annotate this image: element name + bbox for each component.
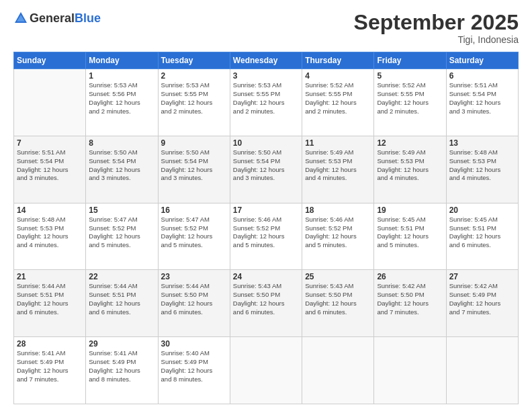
day-number: 28: [17, 339, 83, 349]
day-number: 21: [17, 272, 83, 281]
table-row: 4Sunrise: 5:52 AMSunset: 5:55 PMDaylight…: [302, 69, 374, 136]
table-row: 7Sunrise: 5:51 AMSunset: 5:54 PMDaylight…: [14, 136, 86, 203]
day-info: Sunrise: 5:49 AMSunset: 5:53 PMDaylight:…: [305, 148, 371, 183]
day-info: Sunrise: 5:50 AMSunset: 5:54 PMDaylight:…: [233, 148, 299, 183]
day-number: 16: [161, 205, 227, 215]
day-number: 26: [377, 272, 443, 281]
day-info: Sunrise: 5:51 AMSunset: 5:54 PMDaylight:…: [17, 148, 83, 183]
table-row: 16Sunrise: 5:47 AMSunset: 5:52 PMDayligh…: [158, 203, 230, 270]
day-info: Sunrise: 5:44 AMSunset: 5:51 PMDaylight:…: [17, 282, 83, 316]
day-number: 12: [377, 138, 443, 148]
calendar-week-row: 28Sunrise: 5:41 AMSunset: 5:49 PMDayligh…: [14, 337, 519, 404]
day-info: Sunrise: 5:53 AMSunset: 5:56 PMDaylight:…: [89, 81, 154, 116]
day-number: 19: [377, 205, 443, 215]
calendar-header-row: Sunday Monday Tuesday Wednesday Thursday…: [14, 52, 519, 69]
col-saturday: Saturday: [446, 52, 518, 69]
day-info: Sunrise: 5:41 AMSunset: 5:49 PMDaylight:…: [17, 349, 83, 383]
table-row: 14Sunrise: 5:48 AMSunset: 5:53 PMDayligh…: [14, 203, 86, 270]
calendar-week-row: 21Sunrise: 5:44 AMSunset: 5:51 PMDayligh…: [14, 270, 519, 337]
table-row: 10Sunrise: 5:50 AMSunset: 5:54 PMDayligh…: [230, 136, 302, 203]
day-number: 6: [449, 71, 515, 81]
day-info: Sunrise: 5:47 AMSunset: 5:52 PMDaylight:…: [161, 216, 227, 250]
col-wednesday: Wednesday: [230, 52, 302, 69]
day-number: 14: [17, 205, 83, 215]
table-row: 23Sunrise: 5:44 AMSunset: 5:50 PMDayligh…: [158, 270, 230, 337]
table-row: 9Sunrise: 5:50 AMSunset: 5:54 PMDaylight…: [158, 136, 230, 203]
table-row: 24Sunrise: 5:43 AMSunset: 5:50 PMDayligh…: [230, 270, 302, 337]
day-info: Sunrise: 5:43 AMSunset: 5:50 PMDaylight:…: [305, 282, 371, 316]
table-row: 22Sunrise: 5:44 AMSunset: 5:51 PMDayligh…: [86, 270, 158, 337]
day-info: Sunrise: 5:51 AMSunset: 5:54 PMDaylight:…: [449, 81, 515, 116]
day-number: 23: [161, 272, 227, 281]
header: GeneralBlue September 2025 Tigi, Indones…: [13, 11, 519, 45]
calendar-table: Sunday Monday Tuesday Wednesday Thursday…: [13, 52, 519, 404]
day-info: Sunrise: 5:43 AMSunset: 5:50 PMDaylight:…: [233, 282, 299, 316]
day-info: Sunrise: 5:46 AMSunset: 5:52 PMDaylight:…: [233, 216, 299, 250]
day-number: 27: [449, 272, 515, 281]
day-info: Sunrise: 5:45 AMSunset: 5:51 PMDaylight:…: [377, 216, 443, 250]
month-title: September 2025: [354, 11, 519, 34]
day-number: 29: [89, 339, 154, 349]
table-row: 25Sunrise: 5:43 AMSunset: 5:50 PMDayligh…: [302, 270, 374, 337]
day-number: 15: [89, 205, 154, 215]
title-block: September 2025 Tigi, Indonesia: [354, 11, 519, 45]
table-row: 6Sunrise: 5:51 AMSunset: 5:54 PMDaylight…: [446, 69, 518, 136]
day-number: 3: [233, 71, 299, 81]
day-number: 8: [89, 138, 154, 148]
table-row: 27Sunrise: 5:42 AMSunset: 5:49 PMDayligh…: [446, 270, 518, 337]
table-row: 17Sunrise: 5:46 AMSunset: 5:52 PMDayligh…: [230, 203, 302, 270]
day-number: 22: [89, 272, 154, 281]
table-row: [446, 337, 518, 404]
day-info: Sunrise: 5:53 AMSunset: 5:55 PMDaylight:…: [233, 81, 299, 116]
day-info: Sunrise: 5:53 AMSunset: 5:55 PMDaylight:…: [161, 81, 227, 116]
table-row: 20Sunrise: 5:45 AMSunset: 5:51 PMDayligh…: [446, 203, 518, 270]
day-number: 20: [449, 205, 515, 215]
day-info: Sunrise: 5:46 AMSunset: 5:52 PMDaylight:…: [305, 216, 371, 250]
logo: GeneralBlue: [13, 11, 101, 26]
table-row: 26Sunrise: 5:42 AMSunset: 5:50 PMDayligh…: [374, 270, 446, 337]
day-info: Sunrise: 5:49 AMSunset: 5:53 PMDaylight:…: [377, 148, 443, 183]
calendar-week-row: 7Sunrise: 5:51 AMSunset: 5:54 PMDaylight…: [14, 136, 519, 203]
day-info: Sunrise: 5:42 AMSunset: 5:50 PMDaylight:…: [377, 282, 443, 316]
day-info: Sunrise: 5:52 AMSunset: 5:55 PMDaylight:…: [305, 81, 371, 116]
day-number: 24: [233, 272, 299, 281]
day-number: 18: [305, 205, 371, 215]
table-row: 2Sunrise: 5:53 AMSunset: 5:55 PMDaylight…: [158, 69, 230, 136]
table-row: 11Sunrise: 5:49 AMSunset: 5:53 PMDayligh…: [302, 136, 374, 203]
table-row: [302, 337, 374, 404]
table-row: 21Sunrise: 5:44 AMSunset: 5:51 PMDayligh…: [14, 270, 86, 337]
logo-text: GeneralBlue: [30, 11, 101, 26]
table-row: 29Sunrise: 5:41 AMSunset: 5:49 PMDayligh…: [86, 337, 158, 404]
calendar-week-row: 14Sunrise: 5:48 AMSunset: 5:53 PMDayligh…: [14, 203, 519, 270]
day-info: Sunrise: 5:42 AMSunset: 5:49 PMDaylight:…: [449, 282, 515, 316]
table-row: 15Sunrise: 5:47 AMSunset: 5:52 PMDayligh…: [86, 203, 158, 270]
table-row: 3Sunrise: 5:53 AMSunset: 5:55 PMDaylight…: [230, 69, 302, 136]
day-number: 17: [233, 205, 299, 215]
day-number: 25: [305, 272, 371, 281]
day-number: 13: [449, 138, 515, 148]
col-sunday: Sunday: [14, 52, 86, 69]
table-row: 8Sunrise: 5:50 AMSunset: 5:54 PMDaylight…: [86, 136, 158, 203]
table-row: 19Sunrise: 5:45 AMSunset: 5:51 PMDayligh…: [374, 203, 446, 270]
table-row: 5Sunrise: 5:52 AMSunset: 5:55 PMDaylight…: [374, 69, 446, 136]
col-thursday: Thursday: [302, 52, 374, 69]
table-row: 1Sunrise: 5:53 AMSunset: 5:56 PMDaylight…: [86, 69, 158, 136]
col-monday: Monday: [86, 52, 158, 69]
day-info: Sunrise: 5:50 AMSunset: 5:54 PMDaylight:…: [161, 148, 227, 183]
logo-icon: [13, 11, 28, 26]
day-info: Sunrise: 5:48 AMSunset: 5:53 PMDaylight:…: [449, 148, 515, 183]
day-number: 9: [161, 138, 227, 148]
table-row: 18Sunrise: 5:46 AMSunset: 5:52 PMDayligh…: [302, 203, 374, 270]
table-row: 12Sunrise: 5:49 AMSunset: 5:53 PMDayligh…: [374, 136, 446, 203]
day-info: Sunrise: 5:45 AMSunset: 5:51 PMDaylight:…: [449, 216, 515, 250]
day-info: Sunrise: 5:44 AMSunset: 5:51 PMDaylight:…: [89, 282, 154, 316]
day-info: Sunrise: 5:50 AMSunset: 5:54 PMDaylight:…: [89, 148, 154, 183]
day-info: Sunrise: 5:48 AMSunset: 5:53 PMDaylight:…: [17, 216, 83, 250]
day-info: Sunrise: 5:40 AMSunset: 5:49 PMDaylight:…: [161, 349, 227, 383]
day-number: 10: [233, 138, 299, 148]
calendar-week-row: 1Sunrise: 5:53 AMSunset: 5:56 PMDaylight…: [14, 69, 519, 136]
day-info: Sunrise: 5:52 AMSunset: 5:55 PMDaylight:…: [377, 81, 443, 116]
day-info: Sunrise: 5:47 AMSunset: 5:52 PMDaylight:…: [89, 216, 154, 250]
col-tuesday: Tuesday: [158, 52, 230, 69]
table-row: 30Sunrise: 5:40 AMSunset: 5:49 PMDayligh…: [158, 337, 230, 404]
